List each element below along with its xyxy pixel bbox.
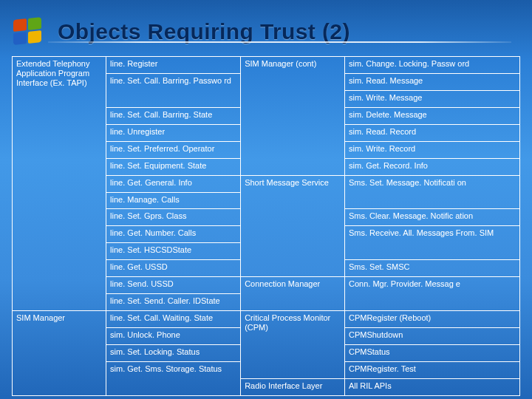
cell: line. Set. Call. Waiting. State <box>106 311 241 328</box>
cell: sim. Unlock. Phone <box>106 328 241 345</box>
title-divider <box>48 41 511 43</box>
cell: line. Set. Equipment. State <box>106 158 241 175</box>
group-sim-manager-cont: SIM Manager (cont) <box>241 57 345 176</box>
cell: sim. Set. Locking. Status <box>106 344 241 361</box>
cell: line. Get. USSD <box>106 260 241 277</box>
cell: line. Set. Gprs. Class <box>106 209 241 226</box>
cell: sim. Write. Message <box>344 90 519 107</box>
cell: line. Get. General. Info <box>106 175 241 192</box>
cell: Conn. Mgr. Provider. Messag e <box>344 277 519 311</box>
slide-title: Objects Requiring Trust (2) <box>58 19 350 44</box>
cell: Sms. Set. SMSC <box>344 260 519 277</box>
cell: sim. Get. Record. Info <box>344 158 519 175</box>
cell: line. Set. Call. Barring. State <box>106 107 241 124</box>
cell: sim. Get. Sms. Storage. Status <box>106 361 241 395</box>
group-sms: Short Message Service <box>241 175 345 277</box>
cell: line. Set. Call. Barring. Passwo rd <box>106 73 241 107</box>
group-cpm: Critical Process Monitor (CPM) <box>241 311 345 379</box>
cell: line. Manage. Calls <box>106 192 241 209</box>
cell: Sms. Receive. All. Messages From. SIM <box>344 226 519 260</box>
cell: CPMRegister. Test <box>344 361 519 378</box>
cell: sim. Change. Locking. Passw ord <box>344 57 519 74</box>
trust-objects-table: Extended Telephony Application Program I… <box>12 56 520 396</box>
cell: sim. Read. Record <box>344 124 519 141</box>
cell: line. Set. Send. Caller. IDState <box>106 294 241 311</box>
group-sim-manager: SIM Manager <box>13 311 106 396</box>
group-connection-manager: Connection Manager <box>241 277 345 311</box>
cell: Sms. Clear. Message. Notific ation <box>344 209 519 226</box>
cell: CPMRegister (Reboot) <box>344 311 519 328</box>
cell: sim. Write. Record <box>344 141 519 158</box>
group-ril: Radio Interface Layer <box>241 378 345 395</box>
cell: line. Get. Number. Calls <box>106 226 241 243</box>
group-extapi: Extended Telephony Application Program I… <box>13 57 106 311</box>
cell: All RIL APIs <box>344 378 519 395</box>
cell: sim. Read. Message <box>344 73 519 90</box>
cell: line. Set. HSCSDState <box>106 243 241 260</box>
cell: sim. Delete. Message <box>344 107 519 124</box>
cell: line. Unregister <box>106 124 241 141</box>
cell: line. Send. USSD <box>106 277 241 294</box>
cell: line. Set. Preferred. Operator <box>106 141 241 158</box>
cell: CPMStatus <box>344 344 519 361</box>
cell: line. Register <box>106 57 241 74</box>
cell: Sms. Set. Message. Notificati on <box>344 175 519 209</box>
windows-logo-icon <box>13 18 44 46</box>
cell: CPMShutdown <box>344 328 519 345</box>
